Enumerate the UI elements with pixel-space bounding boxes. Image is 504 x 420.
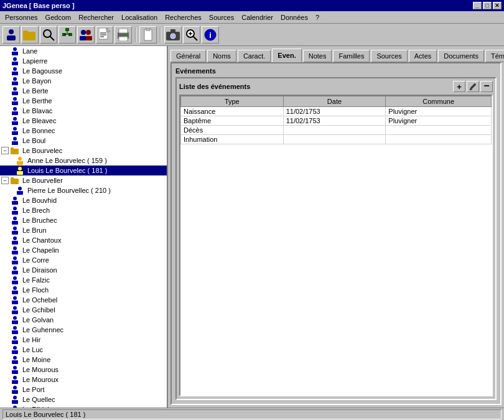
menu-calendrier[interactable]: Calendrier [238, 12, 277, 22]
tab-caract[interactable]: Caract. [238, 50, 271, 62]
menu-donnees[interactable]: Données [277, 12, 312, 22]
list-item[interactable]: − Le Bourvelec [0, 146, 167, 156]
event-date: 11/02/1753 [283, 107, 386, 116]
list-item[interactable]: Lapierre [0, 56, 167, 66]
list-item[interactable]: Le Bayon [0, 76, 167, 86]
table-row[interactable]: Naissance11/02/1753Pluvigner [181, 107, 492, 116]
list-item[interactable]: Le Golvan [0, 315, 167, 325]
list-item[interactable]: Le Falzic [0, 275, 167, 285]
tab-sources[interactable]: Sources [371, 50, 407, 62]
tree-panel[interactable]: Lane Lapierre Le Bagousse Le Bayon Le Be… [0, 46, 168, 408]
tab-even[interactable]: Even. [272, 49, 301, 62]
toolbar-tree-btn[interactable] [58, 26, 76, 44]
toolbar-group-btn[interactable] [77, 26, 95, 44]
toolbar-print-btn[interactable] [114, 26, 132, 44]
toolbar-search-btn[interactable] [40, 26, 57, 44]
svg-rect-51 [12, 121, 18, 125]
menu-help[interactable]: ? [312, 12, 323, 22]
delete-event-button[interactable]: − [480, 81, 493, 92]
event-commune [386, 135, 492, 144]
tab-familles[interactable]: Familles [333, 50, 370, 62]
tree-expand-icon[interactable]: − [1, 147, 9, 154]
event-type: Naissance [181, 107, 284, 116]
list-item[interactable]: Le Boul [0, 136, 167, 146]
list-item[interactable]: Le Bonnec [0, 126, 167, 136]
tree-item-label: Le Bruchec [22, 217, 57, 224]
menu-recherches[interactable]: Recherches [161, 12, 205, 22]
menu-localisation[interactable]: Localisation [118, 12, 161, 22]
toolbar-camera-btn[interactable] [164, 26, 182, 44]
toolbar-folder-btn[interactable] [21, 26, 39, 44]
list-item[interactable]: Le Guhennec [0, 325, 167, 335]
tab-général[interactable]: Général [170, 50, 206, 62]
list-item[interactable]: Le Bleavec [0, 116, 167, 126]
minimize-button[interactable]: _ [473, 2, 482, 9]
list-item[interactable]: Louis Le Bourvelec ( 181 ) [0, 166, 167, 175]
list-item[interactable]: Le Mouroux [0, 375, 167, 385]
list-item[interactable]: Le Blavac [0, 106, 167, 116]
list-item[interactable]: Le Port [0, 385, 167, 394]
toolbar-clip-btn[interactable] [139, 26, 157, 44]
list-item[interactable]: Le Gchibel [0, 305, 167, 315]
list-item[interactable]: Le Luc [0, 345, 167, 355]
svg-rect-71 [12, 221, 18, 225]
list-item[interactable]: Le Bouvhid [0, 195, 167, 205]
menu-personnes[interactable]: Personnes [1, 12, 42, 22]
menu-sources[interactable]: Sources [205, 12, 238, 22]
menu-gedcom[interactable]: Gedcom [42, 12, 75, 22]
svg-rect-67 [12, 201, 18, 205]
events-table[interactable]: Type Date Commune Naissance11/02/1753Plu… [179, 95, 493, 396]
list-item[interactable]: Le Bruchec [0, 215, 167, 225]
svg-rect-43 [12, 82, 18, 85]
list-item[interactable]: − Le Bourveller [0, 175, 167, 185]
list-item[interactable]: Le Diraison [0, 265, 167, 275]
tree-item-label: Le Mouroux [22, 376, 58, 383]
list-item[interactable]: Le Mourous [0, 365, 167, 375]
tab-témoin[interactable]: Témoin [485, 50, 504, 62]
list-item[interactable]: Le Chapelin [0, 245, 167, 255]
list-item[interactable]: Le Corre [0, 255, 167, 265]
svg-marker-16 [106, 28, 110, 32]
close-button[interactable]: ✕ [493, 2, 502, 9]
svg-point-90 [13, 316, 17, 320]
tab-documents[interactable]: Documents [438, 50, 484, 62]
svg-rect-91 [12, 320, 18, 324]
tab-actes[interactable]: Actes [409, 50, 437, 62]
table-row[interactable]: Décès [181, 126, 492, 135]
tree-item-label: Le Diraison [22, 266, 57, 274]
svg-point-64 [18, 187, 22, 190]
list-item[interactable]: Le Bagousse [0, 66, 167, 76]
list-item[interactable]: Le Quellec [0, 394, 167, 404]
list-item[interactable]: Le Moine [0, 355, 167, 365]
list-item[interactable]: Lane [0, 46, 167, 56]
toolbar-info-btn[interactable]: i [202, 26, 219, 44]
male-person-icon [10, 86, 20, 95]
tree-expand-icon[interactable]: − [1, 177, 9, 184]
list-item[interactable]: Pierre Le Bourvellec ( 210 ) [0, 185, 167, 195]
table-row[interactable]: Baptême11/02/1753Pluvigner [181, 116, 492, 126]
list-item[interactable]: Le Ochebel [0, 295, 167, 305]
toolbar-person-btn[interactable] [2, 26, 20, 44]
list-item[interactable]: Le Chantoux [0, 235, 167, 245]
list-item[interactable]: Le Berthe [0, 96, 167, 106]
maximize-button[interactable]: □ [483, 2, 492, 9]
list-item[interactable]: Le Riblair [0, 404, 167, 408]
tree-item-label: Le Bouvhid [22, 197, 57, 204]
table-row[interactable]: Inhumation [181, 135, 492, 144]
list-item[interactable]: Le Brun [0, 225, 167, 235]
add-event-button[interactable]: + [453, 81, 465, 92]
toolbar-doc-btn[interactable] [96, 26, 113, 44]
list-item[interactable]: Le Hir [0, 335, 167, 345]
event-type: Inhumation [181, 135, 284, 144]
toolbar-zoom-btn[interactable] [183, 26, 200, 44]
tab-noms[interactable]: Noms [207, 50, 236, 62]
edit-event-button[interactable] [467, 81, 479, 92]
window-controls[interactable]: _ □ ✕ [473, 2, 502, 9]
list-item[interactable]: Le Berte [0, 86, 167, 96]
list-item[interactable]: Le Brech [0, 205, 167, 215]
list-item[interactable]: Le Floch [0, 285, 167, 295]
tree-item-label: Le Bagousse [22, 67, 62, 75]
menu-rechercher[interactable]: Rechercher [75, 12, 118, 22]
list-item[interactable]: Anne Le Bourvelec ( 159 ) [0, 156, 167, 166]
tab-notes[interactable]: Notes [303, 50, 332, 62]
